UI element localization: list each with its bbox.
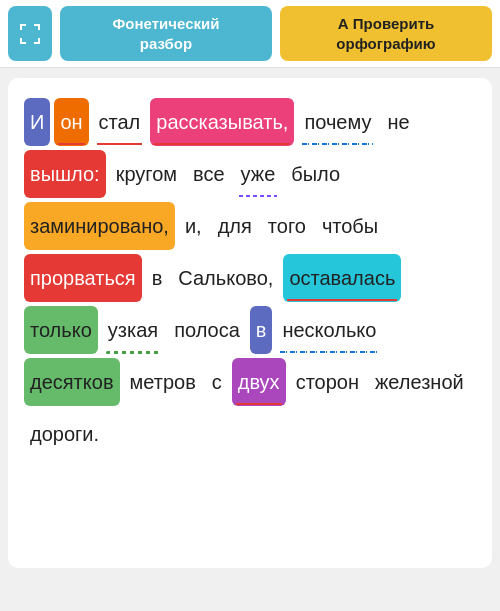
word: все [187,150,231,198]
spell-button[interactable]: А Проверитьорфографию [280,6,492,61]
word: чтобы [316,202,384,250]
word: только [24,306,98,354]
toolbar: Фонетическийразбор А Проверитьорфографию [0,0,500,68]
word: уже [235,150,282,198]
phonetic-button[interactable]: Фонетическийразбор [60,6,272,61]
word: несколько [276,306,382,354]
expand-icon [19,23,41,45]
word: стал [93,98,147,146]
word: полоса [168,306,246,354]
word: того [262,202,312,250]
word: не [381,98,415,146]
word: было [285,150,346,198]
expand-button[interactable] [8,6,52,61]
word: в [250,306,273,354]
word: и, [179,202,208,250]
word: И [24,98,50,146]
text-area: Ионсталрассказывать,почемуневышло:кругом… [8,78,492,568]
word: десятков [24,358,120,406]
word: в [146,254,169,302]
word: он [54,98,88,146]
word: сторон [290,358,365,406]
word: почему [298,98,377,146]
word: с [206,358,228,406]
word: оставалась [283,254,401,302]
word: для [212,202,258,250]
word: рассказывать, [150,98,294,146]
word: метров [124,358,202,406]
word: заминировано, [24,202,175,250]
word: кругом [110,150,183,198]
word: дороги. [24,410,105,458]
word: Сальково, [172,254,279,302]
word: прорваться [24,254,142,302]
word: узкая [102,306,164,354]
word: вышло: [24,150,106,198]
word: железной [369,358,470,406]
word: двух [232,358,286,406]
text-content: Ионсталрассказывать,почемуневышло:кругом… [24,98,476,458]
